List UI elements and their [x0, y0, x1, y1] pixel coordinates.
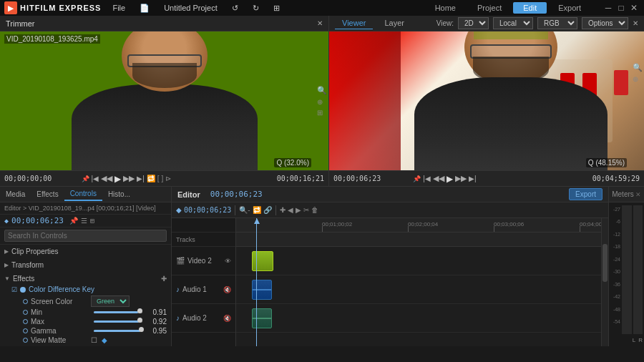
- app-name: HITFILM EXPRESS: [20, 4, 101, 12]
- control-timecode[interactable]: 00;00;06;23: [11, 216, 64, 225]
- grid-icon[interactable]: ⊞: [270, 2, 283, 14]
- options-select[interactable]: Options: [582, 17, 628, 29]
- max-label: Max: [31, 318, 88, 326]
- audio2-track-row[interactable]: [236, 304, 601, 333]
- controls-tab[interactable]: Controls: [64, 187, 102, 201]
- minimize-button[interactable]: ─: [602, 2, 614, 14]
- play-btn[interactable]: ▶: [114, 174, 121, 184]
- prev-frame-btn[interactable]: |◀: [92, 175, 99, 182]
- snap-tool-btn[interactable]: 🔗: [263, 206, 272, 214]
- editor-timecode-2[interactable]: 00;00;06;23: [184, 206, 231, 214]
- next-frame-btn[interactable]: ▶|: [137, 175, 145, 182]
- effect-enabled-checkbox[interactable]: ☑: [11, 286, 17, 293]
- meters-close-icon[interactable]: ✕: [635, 191, 641, 198]
- fit-icon[interactable]: ⊕: [317, 98, 327, 106]
- trimmer-close-icon[interactable]: ✕: [317, 19, 323, 27]
- audio1-mute-icon[interactable]: 🔇: [223, 286, 231, 293]
- clip-properties-label: Clip Properties: [11, 248, 59, 255]
- magnify-icon[interactable]: 🔍: [317, 86, 327, 95]
- viewer-ff-btn[interactable]: ▶▶: [455, 174, 467, 183]
- history-tab[interactable]: Histo...: [102, 188, 136, 200]
- add-effect-icon[interactable]: ✚: [161, 275, 167, 283]
- viewer-tab[interactable]: Viewer: [335, 17, 373, 29]
- zoom-out-btn[interactable]: 🔍-: [239, 206, 250, 214]
- timeline-scrollbar-thumb[interactable]: [602, 244, 608, 283]
- nav-tab-project[interactable]: Project: [467, 2, 512, 14]
- export-button[interactable]: Export: [569, 188, 602, 200]
- media-tab[interactable]: Media: [0, 188, 31, 200]
- audio1-track-row[interactable]: [236, 275, 601, 304]
- delete-btn[interactable]: 🗑: [311, 206, 318, 214]
- nav-tab-home[interactable]: Home: [425, 2, 466, 14]
- min-circle: [23, 310, 28, 315]
- viewer-header: Viewer Layer View: 2D 3D Local World RGB…: [329, 16, 644, 31]
- nav-tab-edit[interactable]: Edit: [513, 2, 547, 14]
- max-slider[interactable]: [94, 321, 142, 323]
- viewer-panel: Viewer Layer View: 2D 3D Local World RGB…: [329, 16, 644, 186]
- mark-in-btn[interactable]: [: [157, 175, 160, 182]
- channel-select[interactable]: RGB Alpha: [537, 17, 577, 29]
- view-matte-checkbox[interactable]: ☐: [91, 336, 97, 344]
- add-track-btn[interactable]: ✚: [280, 206, 286, 214]
- viewer-snap-icon[interactable]: 📌: [413, 175, 421, 182]
- close-button[interactable]: ✕: [628, 2, 640, 14]
- viewer-next-btn[interactable]: ▶|: [469, 175, 477, 182]
- video2-track-row[interactable]: [236, 247, 601, 275]
- viewer-close-icon[interactable]: ✕: [633, 19, 638, 27]
- skip-forward-btn[interactable]: ▶▶: [123, 174, 135, 183]
- editor-header: Editor 00;00;06;23 Export: [172, 187, 608, 202]
- layer-tab[interactable]: Layer: [377, 17, 411, 29]
- maximize-button[interactable]: □: [615, 2, 627, 14]
- viewer-fit-icon[interactable]: ⊕: [633, 75, 643, 83]
- video2-label: Video 2: [187, 257, 212, 265]
- prev-edit-btn[interactable]: ◀: [288, 206, 293, 214]
- screen-color-select[interactable]: Green Blue: [91, 295, 130, 307]
- track-label-audio2: ♪ Audio 2 🔇: [172, 304, 235, 333]
- menu-file[interactable]: File: [109, 2, 128, 14]
- clip-properties-section: ▶ Clip Properties: [0, 245, 171, 258]
- timeline-tracks[interactable]: 00;01;00;02 00;02;00;04 00;03;00;06 00;0…: [236, 218, 601, 346]
- skip-back-btn[interactable]: ◀◀: [101, 174, 112, 183]
- audio1-clip[interactable]: [252, 280, 272, 300]
- loop-btn[interactable]: 🔁: [147, 175, 155, 182]
- loop-tool-btn[interactable]: 🔁: [253, 206, 261, 214]
- search-input[interactable]: [4, 230, 167, 242]
- screen-color-label: Screen Color: [31, 298, 88, 305]
- track-labels: Video 2 Tracks 🎬 Video 2 👁 ♪: [172, 218, 236, 346]
- viewer-prev-btn[interactable]: |◀: [423, 175, 431, 182]
- audio2-mute-icon[interactable]: 🔇: [223, 315, 231, 322]
- audio2-clip[interactable]: [252, 308, 272, 328]
- viewer-person: [411, 39, 611, 170]
- list-icon[interactable]: ☰: [81, 217, 87, 225]
- redo-button[interactable]: ↻: [250, 2, 262, 14]
- video2-clip[interactable]: [252, 251, 273, 271]
- min-slider[interactable]: [94, 311, 142, 313]
- keyframe-icon[interactable]: ◆: [102, 336, 107, 344]
- transform-header[interactable]: ▶ Transform: [4, 260, 167, 270]
- space-select[interactable]: Local World: [493, 17, 533, 29]
- view-mode-select[interactable]: 2D 3D: [458, 17, 489, 29]
- viewer-play-btn[interactable]: ▶: [447, 174, 453, 184]
- playhead-tool-icon[interactable]: ◆: [176, 206, 182, 214]
- undo-button[interactable]: ↺: [229, 2, 241, 14]
- gamma-slider[interactable]: [94, 330, 142, 332]
- slice-btn[interactable]: ✂: [303, 206, 309, 214]
- next-edit-btn[interactable]: ▶: [296, 206, 301, 214]
- effects-header[interactable]: ▼ Effects ✚: [4, 273, 167, 284]
- clip-properties-header[interactable]: ▶ Clip Properties: [4, 246, 167, 257]
- nav-tab-export[interactable]: Export: [548, 2, 591, 14]
- snap-icon[interactable]: 📌: [82, 175, 89, 182]
- effects-label: Effects: [13, 275, 34, 283]
- insert-btn[interactable]: ⊳: [165, 175, 171, 182]
- timeline-scrollbar[interactable]: [601, 218, 608, 346]
- viewer-magnify-icon[interactable]: 🔍: [633, 63, 643, 72]
- pin-icon[interactable]: 📌: [69, 217, 78, 225]
- min-value: 0.91: [148, 308, 167, 316]
- mark-out-btn[interactable]: ]: [162, 175, 164, 182]
- color-diff-key-label[interactable]: Color Difference Key: [29, 285, 94, 293]
- effects-tab[interactable]: Effects: [31, 188, 64, 200]
- trim-icon[interactable]: ⊞: [317, 109, 327, 117]
- video2-eye-icon[interactable]: 👁: [225, 258, 231, 265]
- viewer-rew-btn[interactable]: ◀◀: [433, 174, 444, 183]
- grid-view-icon[interactable]: ⊞: [90, 217, 94, 225]
